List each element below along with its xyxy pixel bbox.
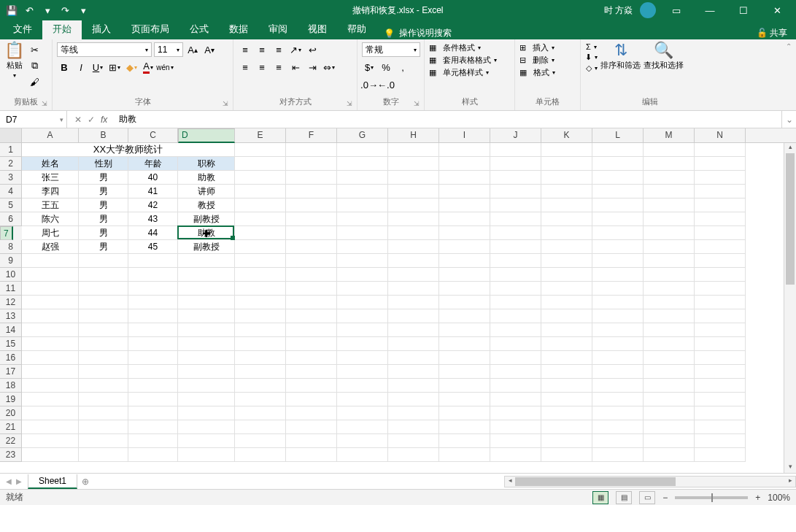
cell[interactable] [235,157,286,171]
cell[interactable] [22,268,79,282]
cell[interactable]: 王五 [22,198,79,212]
cell[interactable] [337,212,388,226]
cell[interactable]: 讲师 [178,185,235,198]
user-avatar[interactable] [640,2,656,18]
sheet-tab[interactable]: Sheet1 [28,474,77,489]
cell[interactable] [541,337,592,351]
cell[interactable] [235,185,286,198]
cell[interactable] [286,296,337,309]
cell[interactable] [22,448,79,462]
cell[interactable] [439,198,490,212]
cell[interactable]: 李四 [22,185,79,198]
cell[interactable] [286,420,337,434]
cell[interactable] [235,448,286,462]
cell[interactable] [337,171,388,185]
bold-icon[interactable]: B [57,60,72,74]
format-cells-button[interactable]: ▦ 格式▾ [519,67,576,78]
decrease-font-icon[interactable]: A▾ [202,42,217,57]
row-header[interactable]: 16 [0,351,22,365]
column-header[interactable]: K [541,128,592,142]
cell[interactable]: 教授 [178,198,235,212]
cell[interactable] [695,171,746,185]
paste-dropdown-icon[interactable]: ▾ [13,72,16,79]
cell[interactable] [439,185,490,198]
minimize-icon[interactable]: — [697,0,723,20]
cell[interactable] [644,240,695,254]
cell[interactable] [592,448,644,462]
row-header[interactable]: 19 [0,393,22,406]
cell[interactable] [644,198,695,212]
delete-cells-button[interactable]: ⊟ 删除▾ [519,55,576,66]
row-header[interactable]: 12 [0,296,22,309]
cell[interactable] [79,309,128,323]
cell[interactable] [541,268,592,282]
cell[interactable] [644,143,695,157]
cell[interactable] [695,226,746,240]
cell[interactable] [178,393,235,406]
cell[interactable] [128,268,178,282]
cell[interactable] [695,448,746,462]
row-header[interactable]: 7 [0,226,13,240]
column-header[interactable]: N [695,128,746,142]
cell[interactable] [235,393,286,406]
cell[interactable]: 周七 [22,226,79,240]
cell[interactable] [235,282,286,296]
cell[interactable] [439,212,490,226]
column-header[interactable]: G [337,128,388,142]
cell[interactable]: 年龄 [128,157,178,171]
cell[interactable] [644,296,695,309]
cell[interactable] [178,379,235,393]
cell[interactable]: 张三 [22,171,79,185]
cell[interactable] [644,268,695,282]
cell[interactable] [490,379,541,393]
font-dialog-icon[interactable]: ⇲ [223,100,228,107]
cell[interactable] [235,296,286,309]
cell[interactable] [695,254,746,268]
cell[interactable] [388,157,439,171]
cell[interactable] [337,185,388,198]
cell[interactable] [695,420,746,434]
cell[interactable] [439,393,490,406]
accounting-format-icon[interactable]: $▾ [362,60,376,74]
close-icon[interactable]: ✕ [764,0,790,20]
increase-font-icon[interactable]: A▴ [185,42,200,57]
decrease-decimal-icon[interactable]: ←.0 [379,77,393,92]
cell[interactable] [592,309,644,323]
cell[interactable] [22,323,79,337]
cell[interactable] [592,240,644,254]
cell[interactable] [286,226,337,240]
cell-styles-button[interactable]: ▦ 单元格样式▾ [429,67,510,78]
cell[interactable]: 男 [79,171,128,185]
cell[interactable] [695,143,746,157]
cell[interactable] [128,365,178,379]
cell[interactable] [644,282,695,296]
cell[interactable] [178,323,235,337]
paste-button[interactable]: 📋 粘贴 ▾ [4,42,24,96]
cell[interactable] [592,379,644,393]
cell[interactable] [337,296,388,309]
ribbon-tab-审阅[interactable]: 审阅 [258,20,298,39]
maximize-icon[interactable]: ☐ [730,0,757,20]
row-header[interactable]: 9 [0,254,22,268]
row-header[interactable]: 23 [0,448,22,462]
cell[interactable] [695,365,746,379]
collapse-ribbon-icon[interactable]: ⌃ [781,39,796,110]
cell[interactable] [439,351,490,365]
cell[interactable] [695,434,746,448]
redo-icon[interactable]: ↷ [59,4,71,16]
cell[interactable] [541,296,592,309]
cell[interactable] [490,323,541,337]
cell[interactable] [235,337,286,351]
ribbon-tab-文件[interactable]: 文件 [3,20,42,39]
conditional-formatting-button[interactable]: ▦ 条件格式▾ [429,42,510,53]
cell[interactable] [695,296,746,309]
cell[interactable] [592,254,644,268]
font-color-icon[interactable]: A▾ [141,60,155,74]
cell[interactable] [541,365,592,379]
cell[interactable] [541,157,592,171]
cell[interactable] [128,448,178,462]
cell[interactable] [695,212,746,226]
cell[interactable] [388,198,439,212]
cell[interactable] [490,296,541,309]
cell[interactable] [439,309,490,323]
